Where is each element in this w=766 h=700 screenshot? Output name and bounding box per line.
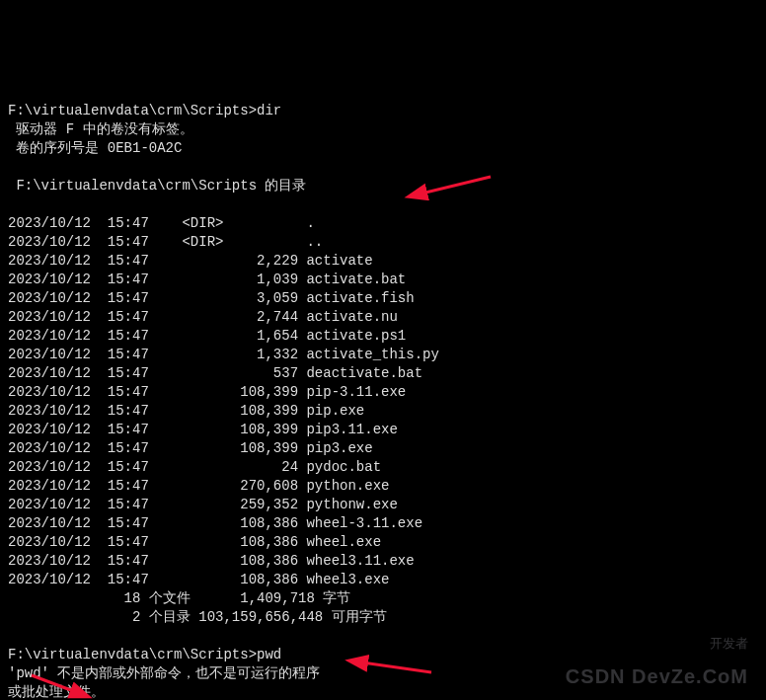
- listing-row: 2023/10/12 15:47 3,059 activate.fish: [8, 290, 415, 306]
- command-dir: dir: [257, 103, 281, 118]
- volume-label-line: 驱动器 F 中的卷没有标签。: [8, 121, 193, 137]
- listing-row: 2023/10/12 15:47 108,386 wheel-3.11.exe: [8, 515, 422, 531]
- listing-row: 2023/10/12 15:47 1,332 activate_this.py: [8, 347, 439, 362]
- listing-row: 2023/10/12 15:47 108,399 pip.exe: [8, 403, 364, 419]
- listing-row: 2023/10/12 15:47 108,399 pip3.11.exe: [8, 422, 398, 437]
- prompt-line-2: F:\virtualenvdata\crm\Scripts>pwd: [8, 647, 281, 662]
- listing-row: 2023/10/12 15:47 <DIR> .: [8, 215, 315, 231]
- listing-row: 2023/10/12 15:47 537 deactivate.bat: [8, 365, 422, 381]
- volume-serial-line: 卷的序列号是 0EB1-0A2C: [8, 140, 182, 156]
- prompt-path: F:\virtualenvdata\crm\Scripts>: [8, 103, 257, 118]
- listing-row: 2023/10/12 15:47 1,654 activate.ps1: [8, 328, 406, 344]
- terminal-output[interactable]: F:\virtualenvdata\crm\Scripts>dir 驱动器 F …: [8, 83, 758, 700]
- listing-row: 2023/10/12 15:47 24 pydoc.bat: [8, 459, 381, 475]
- pwd-error-line-1: 'pwd' 不是内部或外部命令，也不是可运行的程序: [8, 665, 320, 681]
- pwd-error-line-2: 或批处理文件。: [8, 684, 105, 700]
- listing-row: 2023/10/12 15:47 2,229 activate: [8, 253, 373, 269]
- listing-row: 2023/10/12 15:47 108,386 wheel3.11.exe: [8, 553, 415, 569]
- prompt-path: F:\virtualenvdata\crm\Scripts>: [8, 647, 257, 662]
- summary-files: 18 个文件 1,409,718 字节: [8, 590, 350, 606]
- listing-row: 2023/10/12 15:47 <DIR> ..: [8, 234, 323, 250]
- listing-row: 2023/10/12 15:47 270,608 python.exe: [8, 478, 389, 494]
- listing-row: 2023/10/12 15:47 108,386 wheel.exe: [8, 534, 381, 550]
- listing-row: 2023/10/12 15:47 108,399 pip-3.11.exe: [8, 384, 406, 400]
- listing-row: 2023/10/12 15:47 108,399 pip3.exe: [8, 440, 373, 456]
- listing-row: 2023/10/12 15:47 259,352 pythonw.exe: [8, 497, 398, 512]
- listing-row: 2023/10/12 15:47 108,386 wheel3.exe: [8, 572, 389, 587]
- prompt-line-1: F:\virtualenvdata\crm\Scripts>dir: [8, 103, 281, 118]
- summary-dirs: 2 个目录 103,159,656,448 可用字节: [8, 609, 387, 625]
- listing-row: 2023/10/12 15:47 2,744 activate.nu: [8, 309, 398, 325]
- directory-of-line: F:\virtualenvdata\crm\Scripts 的目录: [8, 178, 306, 194]
- listing-row: 2023/10/12 15:47 1,039 activate.bat: [8, 272, 406, 287]
- command-pwd: pwd: [257, 647, 281, 662]
